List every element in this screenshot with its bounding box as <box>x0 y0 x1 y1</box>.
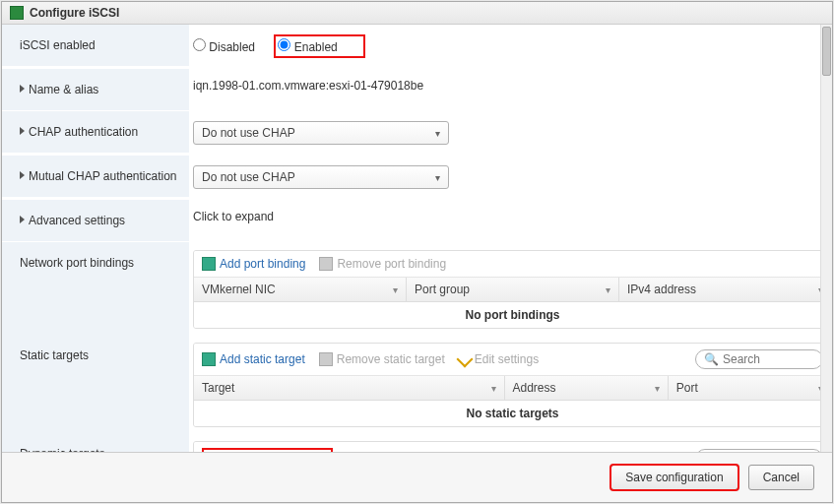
radio-enabled-label[interactable]: Enabled <box>278 40 337 54</box>
remove-port-binding-button[interactable]: Remove port binding <box>319 257 446 271</box>
remove-icon <box>319 257 333 271</box>
chevron-down-icon: ▾ <box>435 172 440 183</box>
vertical-scrollbar[interactable] <box>820 25 832 452</box>
dialog-footer: Save configuration Cancel <box>2 452 832 502</box>
dialog-content: iSCSI enabled Disabled Enabled Name & al… <box>2 25 832 452</box>
remove-static-target-button[interactable]: Remove static target <box>319 352 445 366</box>
radio-disabled-label[interactable]: Disabled <box>193 40 255 54</box>
header-target[interactable]: Target▾ <box>194 376 505 400</box>
dialog-titlebar: Configure iSCSI <box>2 2 832 25</box>
port-bindings-empty: No port bindings <box>194 302 831 328</box>
add-static-target-button[interactable]: Add static target <box>202 352 305 366</box>
chevron-down-icon: ▾ <box>606 284 610 295</box>
expander-icon <box>20 127 25 135</box>
header-vmk-nic[interactable]: VMkernel NIC▾ <box>194 278 407 301</box>
dynamic-search-box[interactable]: 🔍 <box>695 449 823 452</box>
iscsi-icon <box>10 6 24 20</box>
static-targets-empty: No static targets <box>194 401 831 426</box>
chevron-down-icon: ▾ <box>491 383 496 394</box>
expander-icon <box>20 216 25 223</box>
label-static-targets: Static targets <box>2 335 189 433</box>
add-port-binding-button[interactable]: Add port binding <box>202 257 305 271</box>
mutual-chap-select[interactable]: Do not use CHAP▾ <box>193 165 449 189</box>
label-chap-auth[interactable]: CHAP authentication <box>2 111 189 153</box>
static-search-input[interactable] <box>723 352 811 366</box>
edit-icon <box>501 451 518 452</box>
chap-auth-select[interactable]: Do not use CHAP▾ <box>193 121 449 145</box>
remove-icon <box>319 352 333 366</box>
save-configuration-button[interactable]: Save configuration <box>610 465 738 490</box>
port-bindings-panel: Add port binding Remove port binding VMk… <box>193 250 832 329</box>
label-mutual-chap[interactable]: Mutual CHAP authentication <box>2 156 189 197</box>
radio-disabled[interactable] <box>193 38 206 51</box>
chevron-down-icon: ▾ <box>435 128 440 139</box>
chevron-down-icon: ▾ <box>655 383 660 394</box>
chevron-down-icon: ▾ <box>393 284 398 295</box>
expander-icon <box>20 85 25 93</box>
add-icon <box>202 352 216 366</box>
cancel-button[interactable]: Cancel <box>748 465 814 490</box>
label-name-alias[interactable]: Name & alias <box>2 69 189 110</box>
label-dynamic-targets: Dynamic targets <box>2 433 189 452</box>
iscsi-enabled-radios: Disabled Enabled <box>189 25 832 68</box>
dialog-title: Configure iSCSI <box>30 6 119 20</box>
add-dynamic-highlight: Add dynamic target <box>202 448 333 452</box>
advanced-value[interactable]: Click to expand <box>189 200 832 233</box>
static-targets-panel: Add static target Remove static target E… <box>193 343 832 427</box>
configure-iscsi-dialog: Configure iSCSI iSCSI enabled Disabled E… <box>1 1 833 503</box>
radio-enabled[interactable] <box>278 38 290 51</box>
name-alias-value: iqn.1998-01.com.vmware:esxi-01-479018be <box>189 69 832 102</box>
enabled-highlight: Enabled <box>274 34 364 58</box>
header-port[interactable]: Port▾ <box>669 376 831 400</box>
edit-static-target-button[interactable]: Edit settings <box>459 352 539 366</box>
dynamic-targets-panel: Add dynamic target Remove dynamic target… <box>193 441 832 452</box>
header-address[interactable]: Address▾ <box>505 376 669 400</box>
label-iscsi-enabled: iSCSI enabled <box>2 25 189 66</box>
expander-icon <box>20 171 25 179</box>
label-advanced[interactable]: Advanced settings <box>2 200 189 241</box>
scrollbar-thumb[interactable] <box>822 27 831 76</box>
edit-icon <box>456 351 473 368</box>
add-icon <box>202 257 216 271</box>
static-search-box[interactable]: 🔍 <box>695 349 823 369</box>
search-icon: 🔍 <box>704 352 719 366</box>
header-ipv4[interactable]: IPv4 address▾ <box>619 278 831 301</box>
header-port-group[interactable]: Port group▾ <box>407 278 619 301</box>
label-port-bindings: Network port bindings <box>2 242 189 335</box>
